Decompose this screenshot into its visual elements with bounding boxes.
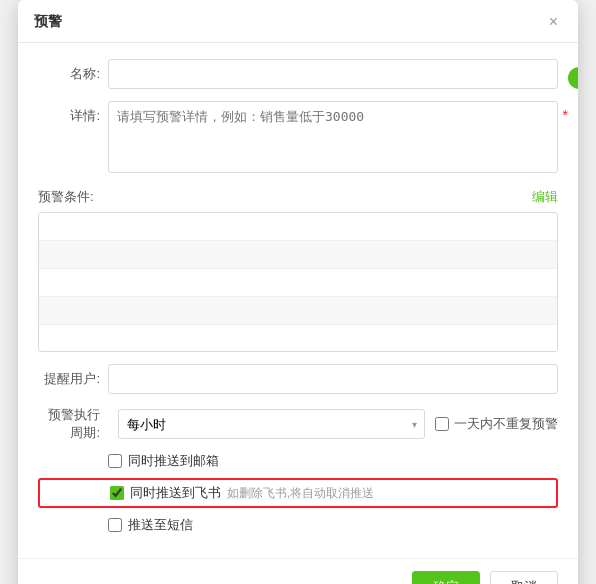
dialog-title: 预警 — [34, 13, 62, 31]
feishu-checkbox-row: 同时推送到飞书 如删除飞书,将自动取消推送 — [38, 478, 558, 508]
cancel-button[interactable]: 取消 — [490, 571, 558, 584]
name-row: 名称: — [38, 59, 558, 89]
condition-row-2 — [39, 241, 557, 269]
condition-area — [38, 212, 558, 352]
period-row: 预警执行周期: 每小时 每天 每周 每月 ▾ 一天内不重复预警 — [38, 406, 558, 442]
condition-label: 预警条件: — [38, 188, 94, 206]
name-control — [108, 59, 558, 89]
sms-checkbox[interactable] — [108, 518, 122, 532]
no-repeat-wrap: 一天内不重复预警 — [435, 415, 558, 433]
feishu-checkbox[interactable] — [110, 486, 124, 500]
close-button[interactable]: × — [545, 12, 562, 32]
remind-input[interactable] — [108, 364, 558, 394]
name-input[interactable] — [108, 59, 558, 89]
alert-dialog: 预警 × 名称: 详情: * — [18, 0, 578, 584]
required-star: * — [563, 107, 568, 123]
condition-header: 预警条件: 编辑 — [38, 188, 558, 206]
dialog-header: 预警 × — [18, 0, 578, 43]
name-label: 名称: — [38, 59, 108, 83]
period-select-wrap: 每小时 每天 每周 每月 ▾ — [118, 409, 425, 439]
period-label: 预警执行周期: — [38, 406, 108, 442]
sms-checkbox-row: 推送至短信 — [38, 516, 558, 534]
email-checkbox[interactable] — [108, 454, 122, 468]
condition-row-5 — [39, 325, 557, 352]
no-repeat-checkbox[interactable] — [435, 417, 449, 431]
remind-row: 提醒用户: — [38, 364, 558, 394]
condition-row-4 — [39, 297, 557, 325]
toggle-track — [568, 67, 578, 89]
dialog-footer: 确定 取消 — [18, 558, 578, 584]
email-checkbox-row: 同时推送到邮箱 — [38, 452, 558, 470]
remind-label: 提醒用户: — [38, 364, 108, 388]
confirm-button[interactable]: 确定 — [412, 571, 480, 584]
dialog-body: 名称: 详情: * 预警条件: 编辑 — [18, 43, 578, 558]
detail-label: 详情: — [38, 101, 108, 125]
detail-textarea[interactable] — [108, 101, 558, 173]
toggle-switch[interactable] — [568, 67, 578, 89]
remind-control — [108, 364, 558, 394]
feishu-label[interactable]: 同时推送到飞书 — [130, 484, 221, 502]
period-select[interactable]: 每小时 每天 每周 每月 — [118, 409, 425, 439]
no-repeat-label[interactable]: 一天内不重复预警 — [454, 415, 558, 433]
feishu-hint: 如删除飞书,将自动取消推送 — [227, 485, 374, 502]
detail-row: 详情: * — [38, 101, 558, 176]
sms-label[interactable]: 推送至短信 — [128, 516, 193, 534]
condition-row-1 — [39, 213, 557, 241]
edit-link[interactable]: 编辑 — [532, 188, 558, 206]
detail-control: * — [108, 101, 558, 176]
condition-row-3 — [39, 269, 557, 297]
email-label[interactable]: 同时推送到邮箱 — [128, 452, 219, 470]
